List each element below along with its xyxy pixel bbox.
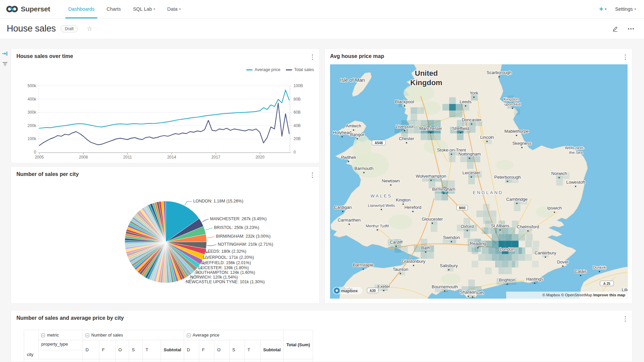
pivot-subcol: D xyxy=(184,340,199,359)
map-label-norwich: Norwich xyxy=(551,171,567,176)
heat-cell xyxy=(472,261,478,267)
map-label-cardigan: Cardigan xyxy=(334,205,352,210)
heat-cell xyxy=(463,104,469,111)
filter-icon[interactable] xyxy=(2,62,8,66)
svg-text:mapbox: mapbox xyxy=(341,288,358,293)
heat-cell xyxy=(456,104,463,111)
heat-cell xyxy=(525,254,532,261)
svg-text:40B: 40B xyxy=(293,123,301,128)
pivot-subcol: T xyxy=(143,340,161,359)
map-label-kingdom: Kingdom xyxy=(410,78,442,87)
heat-cell xyxy=(483,217,490,224)
map-label-brighton: Brighton xyxy=(499,278,515,283)
pivot-subcol: S xyxy=(129,340,143,359)
table-row: ABBOTS LANGLEY539635268411.12k3.16k555k2… xyxy=(24,359,313,362)
map-label-mablethorpe: Mablethorpe xyxy=(504,129,529,134)
heat-cell xyxy=(417,107,424,114)
heat-cell xyxy=(490,217,496,224)
improve-map-link[interactable]: Improve this map xyxy=(593,293,625,297)
series-average-price xyxy=(39,90,289,128)
map-label-leeds: Leeds xyxy=(460,99,472,104)
heat-cell xyxy=(512,254,519,261)
pie-chart-canvas[interactable] xyxy=(11,167,319,303)
pivot-group-1[interactable]: Average price xyxy=(184,330,284,340)
svg-text:2014: 2014 xyxy=(167,155,176,160)
mapbox-logo[interactable]: mapbox xyxy=(333,287,362,294)
superset-logo[interactable]: Superset xyxy=(6,5,50,13)
heat-cell xyxy=(457,133,464,140)
expand-filter-bar-icon[interactable] xyxy=(2,51,8,56)
map-label-reading: Reading xyxy=(470,241,486,246)
row-header-city: ABBOTS LANGLEY xyxy=(24,359,83,362)
heat-cell xyxy=(467,156,474,162)
heat-cell xyxy=(490,210,496,217)
map-label-carmarthen: Carmarthen xyxy=(338,218,361,223)
heat-cell xyxy=(456,111,463,117)
nav-tab-sql-lab[interactable]: SQL Lab▾ xyxy=(127,0,161,18)
edit-pencil-icon[interactable] xyxy=(612,25,619,32)
map-label-hastings: Hastings xyxy=(526,277,543,282)
heat-cell xyxy=(421,133,427,140)
collapse-icon[interactable] xyxy=(187,334,191,337)
pie-label-norwich: NORWICH: 120k (1.54%) xyxy=(190,275,238,280)
dashboard-options-menu[interactable] xyxy=(627,27,635,31)
nav-tab-dashboards[interactable]: Dashboards xyxy=(62,0,100,18)
osm-attribution-link[interactable]: © OpenStreetMap xyxy=(561,293,593,297)
favorite-star-icon[interactable]: ☆ xyxy=(87,25,92,33)
map-label-kingston: Kingston xyxy=(504,97,519,101)
heat-cell xyxy=(431,225,437,232)
cell-total: 2.18M xyxy=(283,359,313,362)
pivot-header-city: city xyxy=(24,350,39,359)
map-label-scarborough: Scarborough xyxy=(487,70,512,75)
map-label-wells-next-: Wells-next- xyxy=(565,146,584,150)
cell-average-price: 2.18M xyxy=(260,359,283,362)
map-label-barnstaple: Barnstaple xyxy=(353,262,374,267)
map-label-kington: Kington xyxy=(396,197,411,202)
map-canvas[interactable]: UnitedKingdomIsle of ManWALESENGLANDScar… xyxy=(330,64,628,299)
map-label-calais: Calais xyxy=(575,269,587,274)
map-label-salisbury: Salisbury xyxy=(440,263,458,268)
cell-number-of-sales: 841 xyxy=(129,359,143,362)
collapse-icon[interactable] xyxy=(86,334,89,337)
map-label-chester: Chester xyxy=(399,136,414,141)
heat-cell xyxy=(498,267,505,274)
heat-cell xyxy=(401,246,408,253)
heat-cell xyxy=(526,234,533,241)
pie-label-nottingham: NOTTINGHAM: 210k (2.71%) xyxy=(218,242,273,247)
map-label-st-albans: St Albans xyxy=(491,223,509,228)
chart-options-menu[interactable] xyxy=(623,315,628,323)
chart-card-avg-house-price-map: Avg house price map UnitedKingdomIsle of… xyxy=(324,48,633,304)
heat-cell xyxy=(394,246,401,253)
map-label-dover: Dover xyxy=(557,259,569,264)
line-chart-canvas[interactable]: 500k100B400k80B300k60B200k40B100k20B0020… xyxy=(11,55,319,163)
map-label-the-sea: the-Sea xyxy=(569,150,583,155)
pivot-header-metric[interactable]: metric xyxy=(39,330,83,340)
chart-options-menu[interactable] xyxy=(623,53,628,61)
pivot-group-0[interactable]: Number of sales xyxy=(83,330,184,340)
superset-dashboard-page: Superset Dashboards Charts SQL Lab▾ Data… xyxy=(0,0,644,39)
map-label-bournemouth: Bournemouth xyxy=(432,284,458,289)
map-label-newtown: Newtown xyxy=(382,178,399,183)
cell-average-price: 555k xyxy=(184,359,199,362)
svg-text:20B: 20B xyxy=(293,136,301,141)
map-label-skegness: Skegness xyxy=(512,141,532,146)
heat-cell xyxy=(485,254,492,261)
svg-text:A548: A548 xyxy=(375,141,383,145)
nav-tab-data[interactable]: Data▾ xyxy=(161,0,187,18)
pivot-table: metricNumber of salesAverage priceTotal … xyxy=(24,330,313,362)
collapse-icon[interactable] xyxy=(41,334,45,337)
heat-cell xyxy=(483,204,490,210)
dashboard-header: House sales Draft ☆ xyxy=(0,18,644,39)
new-item-button[interactable]: +▾ xyxy=(599,5,606,13)
road-badge-a25: A 25 xyxy=(600,281,613,286)
heat-cell xyxy=(525,241,532,247)
heat-cell xyxy=(449,104,456,111)
brand-name: Superset xyxy=(21,5,50,13)
pivot-subcol: D xyxy=(83,340,99,359)
heat-cell xyxy=(434,133,441,140)
settings-menu[interactable]: Settings▾ xyxy=(615,6,636,12)
mapbox-attribution-link[interactable]: © Mapbox xyxy=(542,293,561,297)
nav-tab-charts[interactable]: Charts xyxy=(101,0,127,18)
pivot-subcol: S xyxy=(229,340,245,359)
heat-cell xyxy=(441,194,448,200)
